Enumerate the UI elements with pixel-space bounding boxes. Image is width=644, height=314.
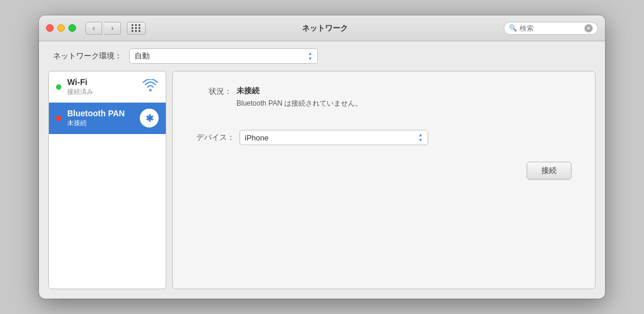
svg-point-0 <box>149 89 152 91</box>
status-row: 状況： 未接続 Bluetooth PAN は接続されていません。 <box>196 86 571 109</box>
bluetooth-status-dot <box>56 116 61 121</box>
search-box[interactable]: 🔍 ✕ <box>504 22 598 35</box>
bluetooth-icon: ✱ <box>140 109 159 127</box>
env-select-value: 自動 <box>134 51 303 61</box>
bluetooth-status: 未接続 <box>67 119 134 127</box>
device-label: デバイス： <box>196 132 235 143</box>
grid-button[interactable] <box>127 22 146 35</box>
status-sub: Bluetooth PAN は接続されていません。 <box>236 99 362 109</box>
wifi-info: Wi-Fi 接続済み <box>67 77 136 96</box>
wifi-status: 接続済み <box>67 87 136 96</box>
sidebar: Wi-Fi 接続済み Bluetooth PAN <box>48 71 166 289</box>
forward-icon: › <box>111 24 114 32</box>
close-button[interactable] <box>46 24 54 32</box>
wifi-icon <box>142 79 159 94</box>
window-title: ネットワーク <box>150 23 499 34</box>
maximize-button[interactable] <box>68 24 76 32</box>
back-button[interactable]: ‹ <box>86 22 102 35</box>
env-select-arrow-icon: ▲ ▼ <box>308 51 313 61</box>
connect-row: 接続 <box>196 162 571 179</box>
device-select-value: iPhone <box>245 133 413 142</box>
connect-button[interactable]: 接続 <box>527 162 571 179</box>
env-label: ネットワーク環境： <box>53 51 122 61</box>
main-window: ‹ › ネットワーク 🔍 ✕ ネットワーク環境： 自動 ▲ ▼ <box>39 15 605 299</box>
nav-buttons: ‹ › <box>86 22 121 35</box>
device-select-arrow-icon: ▲ ▼ <box>418 133 423 143</box>
device-row: デバイス： iPhone ▲ ▼ <box>196 130 571 145</box>
device-select[interactable]: iPhone ▲ ▼ <box>239 130 428 145</box>
env-select[interactable]: 自動 ▲ ▼ <box>129 48 318 64</box>
traffic-lights <box>46 24 76 32</box>
forward-button[interactable]: › <box>104 22 121 35</box>
bluetooth-info: Bluetooth PAN 未接続 <box>67 109 134 127</box>
wifi-name: Wi-Fi <box>67 77 136 87</box>
status-main: 未接続 <box>236 86 362 96</box>
sidebar-item-bluetooth-pan[interactable]: Bluetooth PAN 未接続 ✱ <box>49 103 166 134</box>
search-icon: 🔍 <box>509 24 517 32</box>
status-values: 未接続 Bluetooth PAN は接続されていません。 <box>236 86 362 109</box>
status-label: 状況： <box>196 86 232 97</box>
detail-panel: 状況： 未接続 Bluetooth PAN は接続されていません。 デバイス： … <box>172 71 596 289</box>
search-clear-button[interactable]: ✕ <box>584 24 593 32</box>
bluetooth-name: Bluetooth PAN <box>67 109 134 118</box>
main-content: Wi-Fi 接続済み Bluetooth PAN <box>39 71 605 299</box>
wifi-status-dot <box>56 84 61 90</box>
env-bar: ネットワーク環境： 自動 ▲ ▼ <box>39 41 605 71</box>
grid-icon <box>132 24 141 32</box>
sidebar-item-wifi[interactable]: Wi-Fi 接続済み <box>49 71 166 103</box>
back-icon: ‹ <box>93 24 95 32</box>
titlebar: ‹ › ネットワーク 🔍 ✕ <box>39 15 605 41</box>
search-input[interactable] <box>520 24 582 32</box>
minimize-button[interactable] <box>57 24 65 32</box>
